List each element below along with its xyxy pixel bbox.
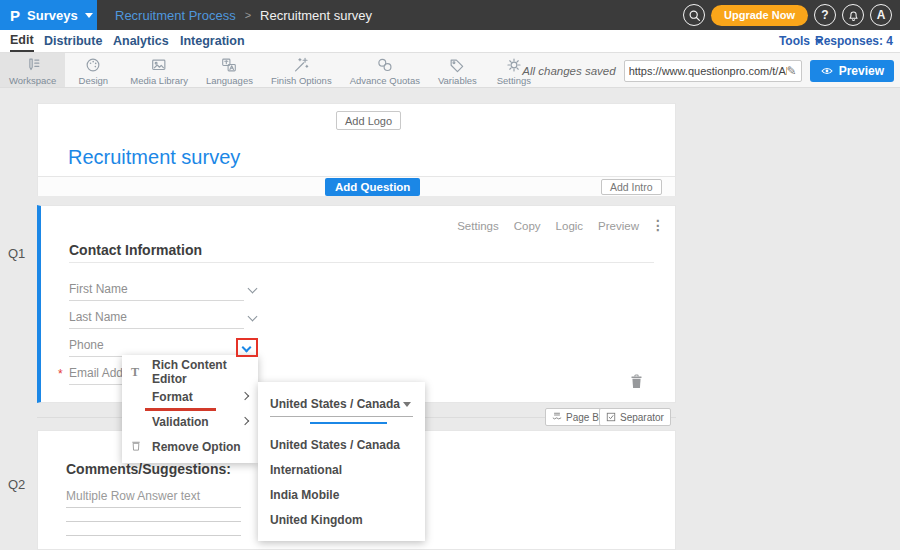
surveys-menu-label: Surveys [27,8,78,23]
tab-distribute[interactable]: Distribute [44,30,102,52]
survey-url-input[interactable] [629,65,787,77]
toolbar-label: Design [79,75,109,86]
save-status: All changes saved [522,65,615,77]
responses-link[interactable]: Responses: 4 [815,30,893,52]
chevron-down-icon [403,402,411,407]
toolbar-label: Variables [438,75,477,86]
menu-item-label: Format [152,390,193,404]
breadcrumb-separator: > [245,9,251,21]
menu-item-format[interactable]: Format [122,384,258,409]
format-option-international[interactable]: International [270,463,342,477]
chevron-down-icon [85,13,93,18]
links-icon [376,56,394,74]
chevron-right-icon [241,417,249,425]
menu-item-remove-option[interactable]: Remove Option [122,434,258,459]
chevron-down-icon[interactable] [242,343,252,353]
breadcrumb: Recruitment Process > Recruitment survey [115,0,372,30]
separator-button[interactable]: Separator [599,408,671,426]
questionpro-survey-editor: P Surveys Recruitment Process > Recruitm… [0,0,900,550]
accent-underline [310,422,387,424]
tab-analytics[interactable]: Analytics [113,30,169,52]
field-label[interactable]: First Name [69,282,128,296]
toolbar-label: Finish Options [271,75,332,86]
menu-item-label: Remove Option [152,440,241,454]
field-label[interactable]: Last Name [69,310,127,324]
tab-edit[interactable]: Edit [10,30,34,52]
format-select[interactable]: United States / Canada [270,392,413,417]
menu-item-validation[interactable]: Validation [122,409,258,434]
toolbar-workspace[interactable]: Workspace [0,53,65,87]
toolbar-label: Advance Quotas [350,75,420,86]
required-marker: * [58,367,63,381]
chevron-down-icon[interactable] [248,284,258,294]
toolbar-variables[interactable]: Variables [429,53,486,87]
question-more-menu[interactable]: ⋮ [651,218,665,232]
edit-url-icon[interactable]: ✎ [787,64,797,78]
question-logic-button[interactable]: Logic [556,220,584,232]
top-bar-actions: Upgrade Now ? A [683,0,892,30]
toolbar-label: Media Library [130,75,188,86]
toolbar-design[interactable]: Design [65,53,121,87]
survey-title[interactable]: Recruitment survey [68,146,240,169]
gear-icon [505,56,523,74]
upgrade-now-button[interactable]: Upgrade Now [711,5,808,26]
page-break-icon [552,412,562,422]
answer-line [69,300,244,301]
workspace-icon [24,56,42,74]
top-bar: P Surveys Recruitment Process > Recruitm… [0,0,900,30]
main-nav: Edit Distribute Analytics Integration To… [0,30,900,53]
question-copy-button[interactable]: Copy [514,220,541,232]
help-button[interactable]: ? [814,4,836,26]
tab-integration[interactable]: Integration [180,30,245,52]
preview-button[interactable]: Preview [810,60,894,82]
tools-label: Tools [779,34,810,48]
add-intro-button[interactable]: Add Intro [601,179,662,195]
answer-line [69,328,244,329]
trash-icon [630,374,643,389]
menu-item-label: Validation [152,415,209,429]
menu-item-rich-content-editor[interactable]: T Rich Content Editor [122,359,258,384]
search-button[interactable] [683,4,705,26]
rich-text-icon: T [131,364,139,379]
breadcrumb-parent[interactable]: Recruitment Process [115,8,236,23]
avatar[interactable]: A [870,4,892,26]
survey-url-box: ✎ [624,60,802,82]
question-title[interactable]: Contact Information [69,242,202,258]
format-option-us-canada[interactable]: United States / Canada [270,438,400,452]
format-submenu: United States / Canada United States / C… [258,382,425,541]
chevron-down-icon[interactable] [248,312,258,322]
magic-wand-icon [292,56,310,74]
survey-canvas: Add Logo Recruitment survey Add Question… [0,88,900,550]
toolbar-media-library[interactable]: Media Library [121,53,197,87]
bell-icon [847,9,860,22]
question-title[interactable]: Comments/Suggestions: [66,461,231,477]
answer-placeholder[interactable]: Multiple Row Answer text [66,489,200,503]
editor-toolbar: Workspace Design Media Library Languages… [0,53,900,88]
question-number-q1: Q1 [8,246,25,261]
format-option-united-kingdom[interactable]: United Kingdom [270,513,363,527]
toolbar-advance-quotas[interactable]: Advance Quotas [341,53,429,87]
notifications-button[interactable] [842,4,864,26]
toolbar-right: All changes saved ✎ Preview [522,53,894,88]
question-preview-button[interactable]: Preview [598,220,639,232]
menu-item-label: Rich Content Editor [152,358,258,386]
answer-line [66,535,241,536]
format-option-india-mobile[interactable]: India Mobile [270,488,339,502]
add-question-button[interactable]: Add Question [325,178,420,196]
format-selected-value: United States / Canada [270,397,400,411]
divider [69,262,654,263]
add-logo-button[interactable]: Add Logo [336,111,401,130]
field-row-last-name: Last Name [69,310,299,336]
delete-question-button[interactable] [630,374,643,393]
surveys-menu[interactable]: P Surveys [0,0,97,30]
answer-line [66,521,241,522]
question-settings-button[interactable]: Settings [457,220,499,232]
question-actions: Settings Copy Logic Preview [457,220,639,232]
translate-icon [220,56,238,74]
questionpro-logo: P [10,7,20,24]
search-icon [688,9,701,22]
question-number-q2: Q2 [8,477,25,492]
toolbar-finish-options[interactable]: Finish Options [262,53,341,87]
field-label[interactable]: Phone [69,338,104,352]
toolbar-languages[interactable]: Languages [197,53,262,87]
